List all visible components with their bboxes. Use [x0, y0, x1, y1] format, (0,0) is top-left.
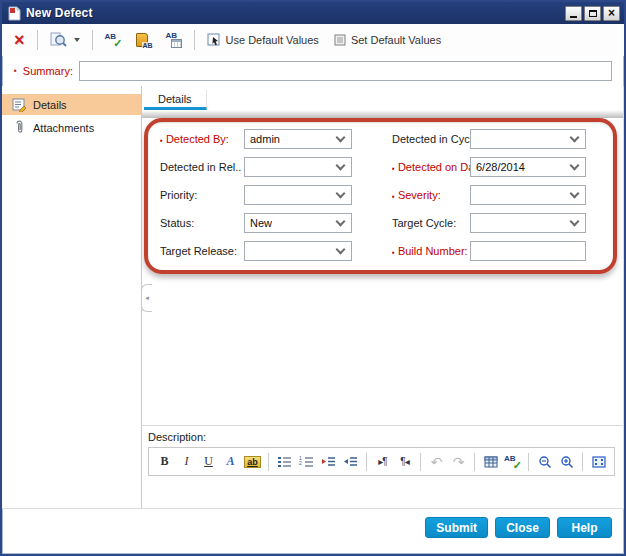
toolbar-separator [420, 453, 421, 471]
maximize-button[interactable] [584, 6, 601, 21]
tab-content-top-shading [142, 110, 623, 118]
bold-button[interactable]: B [155, 452, 174, 472]
build-number-label: ▪ Build Number: [392, 245, 470, 257]
priority-combo[interactable] [244, 185, 352, 205]
check-spelling-button[interactable]: AB ✓ [101, 28, 126, 52]
defect-toolbar: × AB ✓ AB AB [2, 24, 624, 56]
document-icon [8, 6, 21, 21]
sidebar-item-attachments[interactable]: Attachments [2, 117, 141, 138]
description-section: Description: B I U A ab [142, 425, 623, 508]
chevron-down-icon [336, 244, 346, 254]
check-spelling-icon: AB ✓ [504, 454, 521, 470]
sidebar-item-label: Details [33, 99, 67, 111]
insert-table-icon [484, 456, 498, 468]
indent-increase-button[interactable] [319, 452, 338, 472]
chevron-down-icon [336, 216, 346, 226]
panel-empty-space [142, 274, 623, 425]
set-default-values-button[interactable]: Set Default Values [329, 28, 445, 52]
chevron-down-icon [336, 188, 346, 198]
insert-table-button[interactable] [481, 452, 500, 472]
close-button[interactable]: × [603, 6, 620, 21]
highlight-icon: ab [244, 456, 261, 468]
toolbar-separator [366, 453, 367, 471]
detected-by-combo[interactable]: admin [244, 129, 352, 149]
thesaurus-icon: AB [136, 32, 152, 48]
undo-button[interactable]: ↶ [427, 452, 446, 472]
detected-in-cycle-combo[interactable] [470, 129, 586, 149]
use-default-values-icon [207, 33, 222, 48]
use-default-values-label: Use Default Values [226, 34, 319, 46]
clear-all-fields-button[interactable]: × [10, 28, 29, 52]
spelling-options-button[interactable]: AB [162, 28, 186, 52]
red-x-icon: × [14, 31, 25, 49]
find-similar-button[interactable] [46, 28, 84, 52]
summary-label: Summary: [23, 65, 73, 77]
severity-combo[interactable] [470, 185, 586, 205]
summary-input[interactable] [79, 61, 612, 81]
sidebar-item-details[interactable]: Details [2, 94, 141, 115]
thesaurus-button[interactable]: AB [132, 28, 156, 52]
numbered-list-button[interactable]: 1 2 [297, 452, 316, 472]
status-combo[interactable]: New [244, 213, 352, 233]
footer-bar: Submit Close Help [2, 508, 624, 554]
svg-text:2: 2 [299, 460, 302, 466]
new-defect-dialog: New Defect × × AB ✓ AB [0, 0, 626, 556]
left-to-right-button[interactable]: ▸¶ [373, 452, 392, 472]
detected-on-date-combo[interactable]: 6/28/2014 [470, 157, 586, 177]
indent-increase-icon [321, 455, 336, 468]
bullet-list-icon [277, 455, 292, 468]
chevron-down-icon [570, 132, 580, 142]
severity-label: ▪ Severity: [392, 189, 470, 201]
chevron-down-icon [570, 160, 580, 170]
indent-decrease-icon [343, 455, 358, 468]
sidebar-collapse-handle[interactable]: ◂ [141, 284, 152, 312]
expand-icon [592, 456, 606, 468]
highlight-button[interactable]: ab [243, 452, 262, 472]
detected-by-label: ▪ Detected By: [160, 133, 244, 145]
close-dialog-button[interactable]: Close [495, 517, 550, 538]
help-button[interactable]: Help [557, 517, 612, 538]
spellcheck-button[interactable]: AB ✓ [503, 452, 522, 472]
title-bar: New Defect × [2, 2, 624, 24]
font-color-button[interactable]: A [221, 452, 240, 472]
chevron-down-icon [570, 216, 580, 226]
set-default-values-label: Set Default Values [351, 34, 441, 46]
main-panel: Details ▪ Detected By: admin Detected in… [142, 86, 624, 508]
target-release-label: Target Release: [160, 245, 244, 257]
check-spelling-icon: AB ✓ [105, 32, 122, 48]
minimize-icon [570, 16, 577, 18]
dialog-body: Details Attachments ◂ Details [2, 86, 624, 508]
detected-in-release-label: Detected in Rel.. [160, 161, 244, 173]
use-default-values-button[interactable]: Use Default Values [203, 28, 323, 52]
toolbar-separator [528, 453, 529, 471]
priority-label: Priority: [160, 189, 244, 201]
toolbar-separator [37, 30, 38, 50]
toolbar-separator [194, 30, 195, 50]
expand-editor-button[interactable] [589, 452, 608, 472]
right-to-left-button[interactable]: ¶◂ [395, 452, 414, 472]
italic-button[interactable]: I [177, 452, 196, 472]
bullet-list-button[interactable] [275, 452, 294, 472]
build-number-input[interactable] [470, 241, 586, 261]
redo-button[interactable]: ↷ [449, 452, 468, 472]
zoom-out-button[interactable] [535, 452, 554, 472]
description-textarea[interactable] [148, 476, 623, 508]
toolbar-separator [268, 453, 269, 471]
tab-bar: Details [142, 86, 623, 110]
underline-button[interactable]: U [199, 452, 218, 472]
toolbar-separator [474, 453, 475, 471]
paperclip-icon [12, 120, 27, 135]
detected-in-cycle-label: Detected in Cycl.. [392, 133, 470, 145]
tab-details[interactable]: Details [144, 90, 207, 110]
detected-in-release-combo[interactable] [244, 157, 352, 177]
submit-button[interactable]: Submit [425, 517, 488, 538]
details-form-icon [12, 98, 27, 112]
set-default-values-icon [333, 33, 347, 47]
target-release-combo[interactable] [244, 241, 352, 261]
target-cycle-combo[interactable] [470, 213, 586, 233]
indent-decrease-button[interactable] [341, 452, 360, 472]
zoom-in-button[interactable] [557, 452, 576, 472]
chevron-down-icon [336, 160, 346, 170]
minimize-button[interactable] [565, 6, 582, 21]
toolbar-separator [92, 30, 93, 50]
